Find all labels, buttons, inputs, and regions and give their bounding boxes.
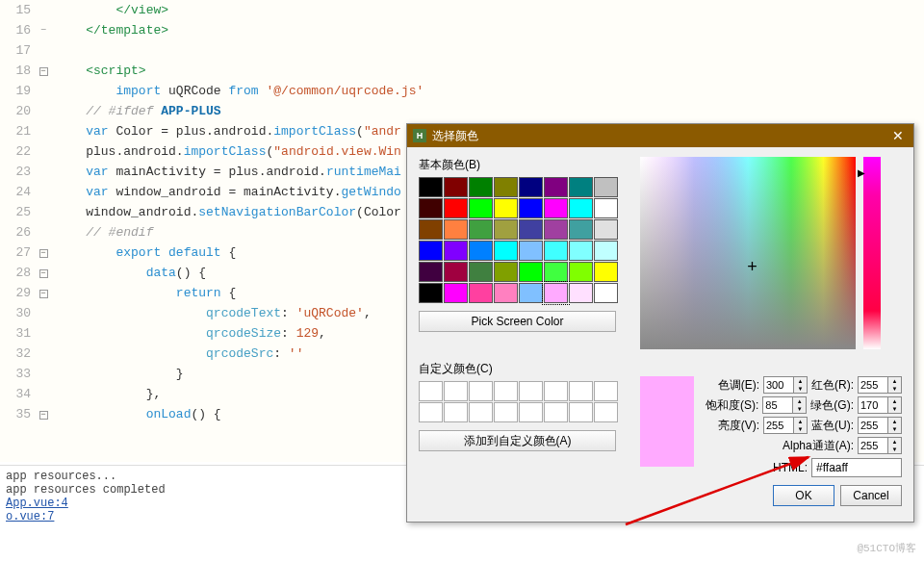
color-swatch[interactable] [519, 283, 543, 303]
spinner-icon[interactable]: ▲▼ [794, 417, 808, 434]
color-swatch[interactable] [544, 283, 568, 303]
color-swatch[interactable] [544, 219, 568, 240]
color-swatch[interactable] [444, 262, 468, 282]
spinner-icon[interactable]: ▲▼ [793, 396, 807, 414]
hue-slider[interactable]: ▶ [863, 157, 881, 349]
color-swatch[interactable] [594, 177, 618, 197]
color-preview [640, 376, 694, 467]
pick-screen-color-button[interactable]: Pick Screen Color [419, 311, 616, 332]
color-swatch[interactable] [444, 241, 468, 261]
line-number-gutter: 1516171819202122232425262728293031323334… [0, 0, 37, 462]
red-input[interactable] [858, 376, 888, 394]
color-swatch[interactable] [419, 262, 443, 282]
html-label: HTML: [773, 461, 808, 474]
color-swatch[interactable] [569, 241, 593, 261]
color-swatch[interactable] [419, 177, 443, 197]
color-swatch[interactable] [569, 283, 593, 303]
app-icon: H [413, 129, 426, 142]
color-swatch[interactable] [469, 177, 493, 197]
color-swatch[interactable] [494, 283, 518, 303]
color-swatch[interactable] [594, 283, 618, 303]
alpha-label: Alpha通道(A): [783, 438, 854, 454]
spinner-icon[interactable]: ▲▼ [888, 437, 902, 454]
color-swatch[interactable] [469, 262, 493, 282]
hue-label: 色调(E): [718, 377, 759, 394]
color-swatch[interactable] [569, 198, 593, 218]
sat-input[interactable] [762, 396, 793, 414]
custom-colors-label: 自定义颜色(C) [419, 361, 640, 377]
val-input[interactable] [763, 417, 794, 434]
dialog-titlebar[interactable]: H 选择颜色 ✕ [407, 124, 913, 147]
color-swatch[interactable] [594, 262, 618, 282]
color-swatch[interactable] [569, 262, 593, 282]
color-swatch[interactable] [494, 177, 518, 197]
color-swatch[interactable] [519, 241, 543, 261]
green-input[interactable] [858, 396, 888, 414]
color-swatch[interactable] [469, 219, 493, 240]
color-swatch[interactable] [594, 241, 618, 261]
color-swatch[interactable] [419, 219, 443, 240]
color-swatch[interactable] [494, 219, 518, 240]
alpha-input[interactable] [858, 437, 888, 454]
basic-color-swatches[interactable] [419, 177, 640, 303]
close-icon[interactable]: ✕ [888, 124, 908, 147]
spinner-icon[interactable]: ▲▼ [888, 376, 902, 394]
blue-input[interactable] [858, 417, 888, 434]
color-swatch[interactable] [444, 283, 468, 303]
color-swatch[interactable] [519, 198, 543, 218]
color-swatch[interactable] [419, 198, 443, 218]
color-swatch[interactable] [469, 198, 493, 218]
color-swatch[interactable] [419, 241, 443, 261]
spinner-icon[interactable]: ▲▼ [888, 417, 902, 434]
color-swatch[interactable] [519, 177, 543, 197]
color-swatch[interactable] [494, 198, 518, 218]
val-label: 亮度(V): [718, 418, 759, 434]
color-swatch[interactable] [419, 283, 443, 303]
color-swatch[interactable] [519, 262, 543, 282]
sat-label: 饱和度(S): [706, 397, 758, 414]
crosshair-icon[interactable]: + [747, 257, 757, 277]
red-label: 红色(R): [811, 377, 854, 394]
dialog-title: 选择颜色 [432, 124, 888, 147]
color-swatch[interactable] [519, 219, 543, 240]
watermark: @51CTO博客 [857, 541, 916, 555]
custom-color-swatches[interactable] [419, 381, 640, 422]
hue-input[interactable] [763, 376, 794, 394]
color-swatch[interactable] [469, 283, 493, 303]
add-custom-color-button[interactable]: 添加到自定义颜色(A) [419, 430, 616, 451]
color-swatch[interactable] [544, 262, 568, 282]
color-swatch[interactable] [569, 219, 593, 240]
spinner-icon[interactable]: ▲▼ [794, 376, 808, 394]
color-swatch[interactable] [444, 177, 468, 197]
color-swatch[interactable] [569, 177, 593, 197]
html-color-input[interactable] [811, 458, 902, 477]
ok-button[interactable]: OK [773, 485, 834, 506]
color-swatch[interactable] [544, 177, 568, 197]
color-swatch[interactable] [494, 262, 518, 282]
color-gradient[interactable]: + [640, 157, 856, 349]
color-swatch[interactable] [444, 198, 468, 218]
color-swatch[interactable] [469, 241, 493, 261]
color-picker-dialog: H 选择颜色 ✕ 基本颜色(B) Pick Screen Color 自定义颜色… [406, 123, 914, 523]
color-swatch[interactable] [544, 241, 568, 261]
fold-column[interactable]: −−−−−− [37, 0, 50, 462]
basic-colors-label: 基本颜色(B) [419, 157, 640, 173]
hue-indicator-icon[interactable]: ▶ [858, 167, 865, 178]
color-swatch[interactable] [494, 241, 518, 261]
green-label: 绿色(G): [810, 397, 854, 414]
blue-label: 蓝色(U): [811, 418, 854, 434]
cancel-button[interactable]: Cancel [840, 485, 902, 506]
color-swatch[interactable] [594, 198, 618, 218]
color-swatch[interactable] [544, 198, 568, 218]
color-swatch[interactable] [444, 219, 468, 240]
color-swatch[interactable] [594, 219, 618, 240]
spinner-icon[interactable]: ▲▼ [888, 396, 902, 414]
